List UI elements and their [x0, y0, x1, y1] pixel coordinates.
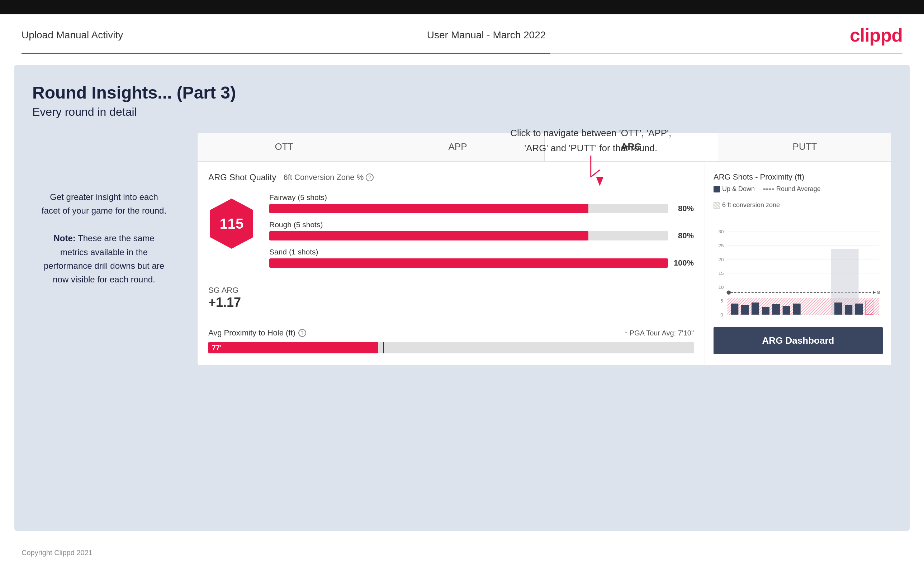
bar-pct-fairway: 80% — [672, 204, 694, 213]
arg-dashboard-button[interactable]: ARG Dashboard — [714, 327, 883, 354]
bar4 — [762, 307, 769, 315]
help-icon[interactable]: ? — [366, 174, 374, 181]
bar-fill-sand — [269, 258, 668, 268]
svg-marker-2 — [596, 177, 603, 186]
legend-label-round-avg: Round Average — [776, 185, 821, 193]
left-description: Get greater insight into each facet of y… — [39, 190, 168, 287]
nav-hint: Click to navigate between 'OTT', 'APP', … — [510, 126, 671, 193]
proximity-bar-outer: 77' — [208, 342, 694, 353]
bar-track-sand: 100% — [269, 258, 694, 268]
sg-section: SG ARG +1.17 — [208, 285, 694, 310]
chart-title: ARG Shots - Proximity (ft) — [714, 172, 883, 182]
svg-text:0: 0 — [720, 312, 723, 318]
svg-text:8: 8 — [877, 290, 880, 295]
proximity-bar-fill: 77' — [208, 342, 378, 353]
left-text-part1: Get greater insight into each facet of y… — [42, 192, 166, 215]
sg-label: SG ARG — [208, 285, 694, 295]
main-content: Round Insights... (Part 3) Every round i… — [15, 65, 909, 531]
bar9 — [845, 305, 852, 315]
tab-ott[interactable]: OTT — [197, 133, 371, 161]
svg-text:15: 15 — [718, 271, 724, 276]
logo: clippd — [850, 24, 903, 46]
chart-legend: Up & Down Round Average 6 ft conversion … — [714, 185, 883, 209]
bar6 — [783, 306, 790, 315]
bar8 — [834, 303, 842, 315]
legend-dashed-line — [763, 189, 774, 190]
bar-track-fairway: 80% — [269, 204, 694, 213]
hex-score: 115 — [208, 197, 255, 250]
bar-pct-rough: 80% — [672, 231, 694, 240]
header-divider — [21, 53, 903, 54]
shot-quality-title: ARG Shot Quality — [208, 172, 276, 182]
pga-avg: ↑ PGA Tour Avg: 7'10" — [624, 329, 694, 337]
round-avg-dot — [727, 290, 731, 295]
bar-row-fairway: Fairway (5 shots) 80% — [269, 193, 694, 213]
bar-label-rough: Rough (5 shots) — [269, 221, 694, 229]
svg-text:10: 10 — [718, 285, 724, 290]
legend-label-6ft: 6 ft conversion zone — [722, 201, 780, 209]
proximity-section: Avg Proximity to Hole (ft) ? ↑ PGA Tour … — [208, 321, 694, 353]
bars-section: Fairway (5 shots) 80% Rough — [269, 193, 694, 275]
legend-round-avg: Round Average — [763, 185, 821, 193]
chart-svg: 0 5 10 15 20 25 30 — [714, 213, 883, 320]
svg-text:5: 5 — [720, 298, 723, 303]
footer: Copyright Clippd 2021 — [0, 542, 924, 564]
copyright: Copyright Clippd 2021 — [21, 549, 92, 556]
bar-row-rough: Rough (5 shots) 80% — [269, 221, 694, 240]
proximity-title-text: Avg Proximity to Hole (ft) — [208, 328, 296, 338]
svg-text:20: 20 — [718, 257, 724, 262]
score-section: 115 Fairway (5 shots) — [208, 193, 694, 275]
tab-putt[interactable]: PUTT — [718, 133, 892, 161]
upload-activity-link[interactable]: Upload Manual Activity — [21, 29, 123, 41]
bar-outer-rough — [269, 231, 668, 240]
bar-track-rough: 80% — [269, 231, 694, 240]
bar-fill-fairway — [269, 204, 588, 213]
conversion-label: 6ft Conversion Zone % — [283, 173, 363, 182]
sg-value: +1.17 — [208, 295, 694, 310]
bar-label-fairway: Fairway (5 shots) — [269, 193, 694, 202]
bar-outer-fairway — [269, 204, 668, 213]
top-bar — [0, 0, 924, 15]
bar-outer-sand — [269, 258, 668, 268]
proximity-title: Avg Proximity to Hole (ft) ? — [208, 328, 306, 338]
bar-fill-rough — [269, 231, 588, 240]
bar-pct-sand: 100% — [672, 258, 694, 268]
bar2 — [741, 305, 749, 315]
legend-hatched-box — [714, 202, 720, 209]
doc-title: User Manual - March 2022 — [427, 29, 546, 41]
svg-text:25: 25 — [718, 243, 724, 248]
bar1 — [731, 303, 738, 315]
legend-label-updown: Up & Down — [722, 185, 755, 193]
left-text-note: Note: — [53, 233, 75, 243]
proximity-header: Avg Proximity to Hole (ft) ? ↑ PGA Tour … — [208, 328, 694, 338]
bar-row-sand: Sand (1 shots) 100% — [269, 248, 694, 268]
nav-hint-line2: 'ARG' and 'PUTT' for that round. — [524, 143, 657, 153]
proximity-bar-text: 77' — [212, 344, 221, 352]
bar-label-sand: Sand (1 shots) — [269, 248, 694, 256]
right-panel: ARG Shots - Proximity (ft) Up & Down Rou… — [705, 162, 892, 365]
header: Upload Manual Activity User Manual - Mar… — [0, 15, 924, 53]
bar10 — [855, 303, 863, 315]
legend-box-updown — [714, 186, 720, 192]
bar11-hatched — [866, 301, 873, 315]
hex-number: 115 — [220, 216, 244, 232]
chart-area: 0 5 10 15 20 25 30 — [714, 213, 883, 320]
svg-text:30: 30 — [718, 229, 724, 234]
conversion-subtitle: 6ft Conversion Zone % ? — [283, 173, 374, 182]
bar7 — [793, 303, 801, 315]
proximity-help-icon[interactable]: ? — [298, 329, 306, 337]
section-subtitle: Every round in detail — [32, 105, 892, 119]
proximity-cursor — [383, 342, 384, 353]
content-wrapper: Click to navigate between 'OTT', 'APP', … — [32, 133, 892, 365]
legend-6ft-zone: 6 ft conversion zone — [714, 201, 780, 209]
nav-hint-line1: Click to navigate between 'OTT', 'APP', — [510, 127, 671, 139]
bar5 — [772, 304, 780, 315]
round-avg-arrow — [873, 291, 876, 294]
legend-up-down: Up & Down — [714, 185, 755, 193]
nav-hint-arrow — [577, 156, 605, 191]
section-title: Round Insights... (Part 3) — [32, 83, 892, 103]
svg-line-1 — [591, 170, 600, 177]
bar3 — [751, 303, 759, 315]
